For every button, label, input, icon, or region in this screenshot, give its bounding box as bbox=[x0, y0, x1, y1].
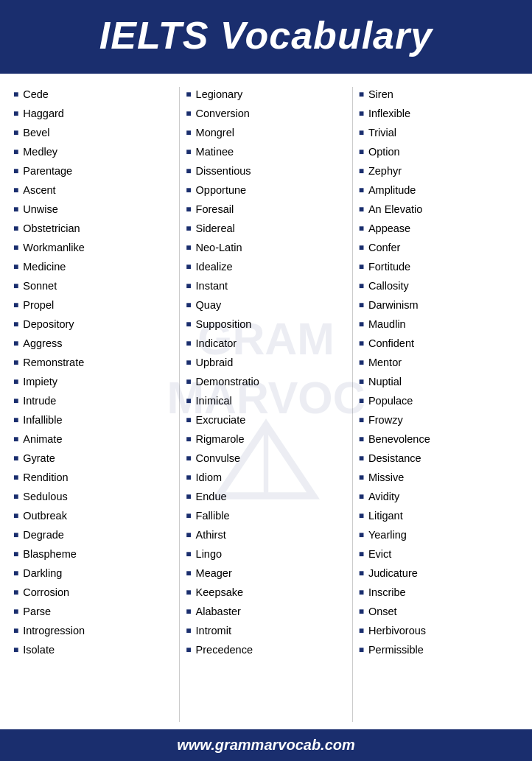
bullet-icon: ■ bbox=[186, 586, 191, 599]
word-label: Maudlin bbox=[368, 317, 406, 332]
list-item: ■Parentage bbox=[13, 164, 173, 179]
list-item: ■Inscribe bbox=[359, 585, 519, 600]
word-label: Fortitude bbox=[368, 259, 410, 275]
list-item: ■Idiom bbox=[186, 470, 346, 485]
bullet-icon: ■ bbox=[13, 452, 18, 465]
list-item: ■Confer bbox=[359, 240, 519, 256]
word-label: Yearling bbox=[368, 527, 407, 543]
list-item: ■Confident bbox=[359, 336, 519, 351]
word-label: Indicator bbox=[196, 336, 237, 351]
list-item: ■Alabaster bbox=[186, 604, 346, 620]
list-item: ■Cede bbox=[13, 87, 173, 102]
list-item: ■Instant bbox=[186, 278, 346, 294]
word-label: Judicature bbox=[368, 566, 418, 581]
list-item: ■Outbreak bbox=[13, 508, 173, 524]
word-label: Workmanlike bbox=[23, 240, 85, 256]
list-item: ■Depository bbox=[13, 317, 173, 332]
word-label: Conversion bbox=[196, 106, 250, 122]
bullet-icon: ■ bbox=[359, 261, 364, 273]
bullet-icon: ■ bbox=[359, 280, 364, 292]
bullet-icon: ■ bbox=[359, 433, 364, 446]
bullet-icon: ■ bbox=[359, 127, 364, 139]
bullet-icon: ■ bbox=[13, 471, 18, 484]
word-label: Propel bbox=[23, 298, 54, 313]
word-label: Litigant bbox=[368, 508, 403, 524]
word-label: Infallible bbox=[23, 413, 62, 428]
list-item: ■Fallible bbox=[186, 508, 346, 524]
bullet-icon: ■ bbox=[359, 165, 364, 178]
word-label: Ascent bbox=[23, 183, 55, 198]
column-2: ■Legionary■Conversion■Mongrel■Matinee■Di… bbox=[180, 87, 352, 722]
word-label: Evict bbox=[368, 547, 391, 562]
word-label: Zephyr bbox=[368, 164, 402, 179]
bullet-icon: ■ bbox=[13, 376, 18, 388]
bullet-icon: ■ bbox=[359, 452, 364, 465]
bullet-icon: ■ bbox=[186, 414, 191, 427]
word-label: Outbreak bbox=[23, 508, 67, 524]
list-item: ■Infallible bbox=[13, 413, 173, 428]
list-item: ■Convulse bbox=[186, 451, 346, 466]
bullet-icon: ■ bbox=[13, 242, 18, 254]
bullet-icon: ■ bbox=[13, 108, 18, 120]
list-item: ■Unwise bbox=[13, 202, 173, 217]
bullet-icon: ■ bbox=[186, 433, 191, 446]
list-item: ■Legionary bbox=[186, 87, 346, 102]
bullet-icon: ■ bbox=[359, 146, 364, 158]
list-item: ■Fortitude bbox=[359, 259, 519, 275]
list-item: ■Corrosion bbox=[13, 585, 173, 600]
word-label: Unwise bbox=[23, 202, 58, 217]
list-item: ■Introgression bbox=[13, 623, 173, 639]
bullet-icon: ■ bbox=[359, 108, 364, 120]
bullet-icon: ■ bbox=[13, 357, 18, 369]
list-item: ■Intrude bbox=[13, 393, 173, 409]
list-item: ■Excruciate bbox=[186, 413, 346, 428]
list-item: ■Endue bbox=[186, 489, 346, 505]
word-label: Upbraid bbox=[196, 355, 234, 371]
bullet-icon: ■ bbox=[186, 625, 191, 637]
word-label: Desistance bbox=[368, 451, 421, 466]
bullet-icon: ■ bbox=[359, 242, 364, 254]
bullet-icon: ■ bbox=[186, 548, 191, 561]
bullet-icon: ■ bbox=[186, 376, 191, 388]
list-item: ■Desistance bbox=[359, 451, 519, 466]
bullet-icon: ■ bbox=[13, 184, 18, 197]
bullet-icon: ■ bbox=[13, 433, 18, 446]
word-label: Opportune bbox=[196, 183, 247, 198]
bullet-icon: ■ bbox=[359, 529, 364, 541]
word-label: Intrude bbox=[23, 393, 56, 409]
list-item: ■Upbraid bbox=[186, 355, 346, 371]
page-title: IELTS Vocabulary bbox=[15, 13, 517, 57]
word-label: Darwinism bbox=[368, 298, 419, 313]
list-item: ■Rigmarole bbox=[186, 432, 346, 447]
bullet-icon: ■ bbox=[186, 146, 191, 158]
bullet-icon: ■ bbox=[186, 644, 191, 656]
word-label: Depository bbox=[23, 317, 74, 332]
word-label: Frowzy bbox=[368, 413, 403, 428]
word-label: Confer bbox=[368, 240, 401, 256]
list-item: ■Dissentious bbox=[186, 164, 346, 179]
word-label: Bevel bbox=[23, 125, 49, 141]
word-label: Rendition bbox=[23, 470, 68, 485]
bullet-icon: ■ bbox=[186, 318, 191, 331]
list-item: ■Appease bbox=[359, 221, 519, 236]
bullet-icon: ■ bbox=[186, 299, 191, 312]
list-item: ■Sidereal bbox=[186, 221, 346, 236]
list-item: ■Darkling bbox=[13, 566, 173, 581]
bullet-icon: ■ bbox=[359, 414, 364, 427]
bullet-icon: ■ bbox=[359, 625, 364, 637]
list-item: ■Isolate bbox=[13, 642, 173, 658]
list-item: ■Neo-Latin bbox=[186, 240, 346, 256]
list-item: ■Benevolence bbox=[359, 432, 519, 447]
list-item: ■Inimical bbox=[186, 393, 346, 409]
bullet-icon: ■ bbox=[359, 376, 364, 388]
column-3: ■Siren■Inflexible■Trivial■Option■Zephyr■… bbox=[353, 87, 525, 722]
bullet-icon: ■ bbox=[13, 395, 18, 407]
bullet-icon: ■ bbox=[13, 203, 18, 216]
bullet-icon: ■ bbox=[13, 491, 18, 503]
list-item: ■Frowzy bbox=[359, 413, 519, 428]
word-label: Sedulous bbox=[23, 489, 67, 505]
list-item: ■Callosity bbox=[359, 278, 519, 294]
list-item: ■Siren bbox=[359, 87, 519, 102]
list-item: ■Trivial bbox=[359, 125, 519, 141]
bullet-icon: ■ bbox=[186, 337, 191, 350]
